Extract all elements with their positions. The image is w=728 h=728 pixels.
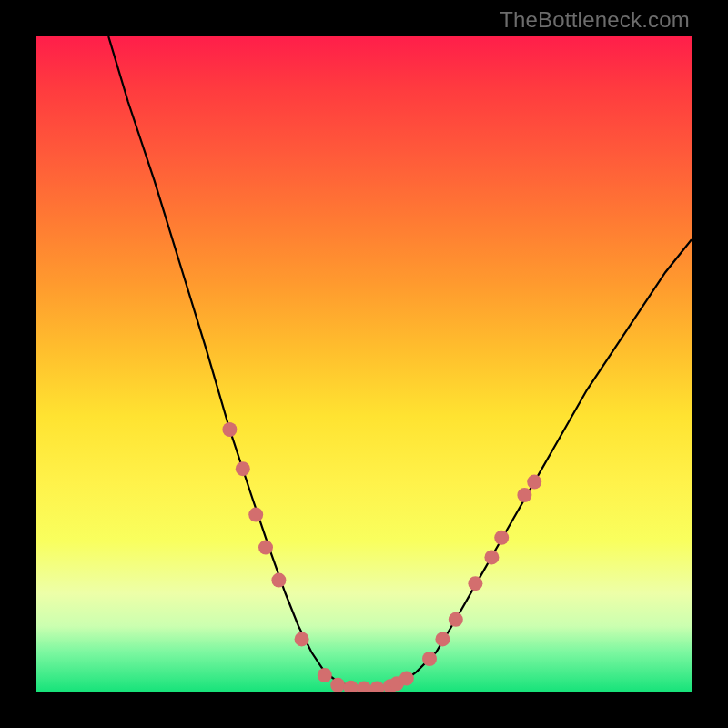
plot-area: [36, 36, 692, 692]
curve-path: [108, 36, 692, 688]
marker-dot: [258, 541, 273, 555]
marker-dot: [435, 632, 450, 646]
watermark-text: TheBottleneck.com: [500, 7, 690, 33]
marker-dot: [344, 681, 359, 692]
marker-dot: [357, 681, 371, 692]
marker-dot: [527, 475, 541, 490]
marker-dot: [330, 678, 345, 692]
marker-dot: [517, 488, 531, 502]
marker-dot: [399, 672, 414, 686]
curve-series: [108, 36, 692, 688]
marker-dot: [236, 461, 250, 476]
chart-frame: TheBottleneck.com: [0, 0, 728, 728]
marker-dot: [494, 531, 509, 545]
marker-dot: [369, 681, 384, 692]
marker-dot: [484, 550, 499, 564]
marker-dot: [318, 668, 332, 682]
marker-dot: [248, 508, 263, 522]
marker-series: [222, 422, 541, 692]
chart-svg: [36, 36, 692, 692]
marker-dot: [449, 612, 463, 627]
marker-dot: [271, 573, 286, 588]
marker-dot: [295, 632, 309, 646]
marker-dot: [468, 576, 482, 591]
marker-dot: [222, 422, 237, 437]
marker-dot: [422, 652, 437, 666]
